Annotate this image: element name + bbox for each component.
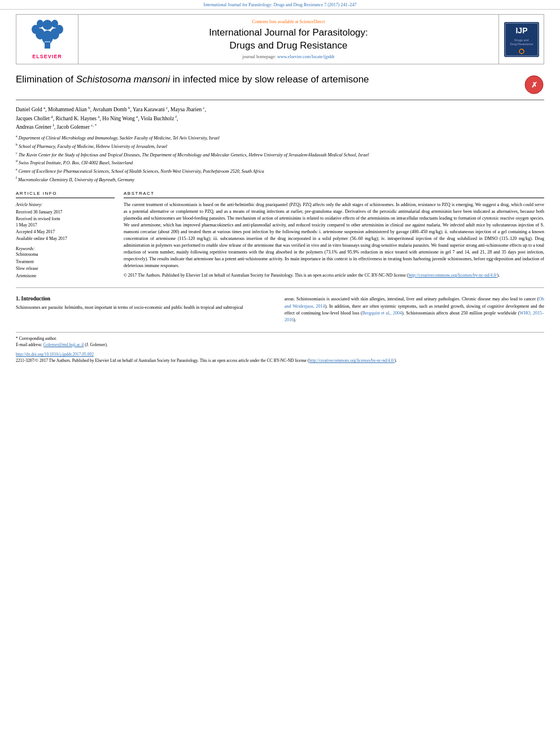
svg-text:Drug Resistance: Drug Resistance [510, 42, 533, 46]
svg-point-7 [37, 20, 43, 28]
article-history: Article history: Received 30 January 201… [16, 202, 115, 242]
intro-left-col: 1. Introduction Schistosomes are parasit… [16, 296, 275, 324]
keywords-list: Schistosoma Treatment Slow release Artem… [16, 251, 115, 279]
crossmark-icon: ✗ [524, 75, 544, 95]
oh-weiderpass-ref[interactable]: Oh and Weiderpass, 2014 [285, 296, 544, 308]
journal-header: ELSEVIER Contents lists available at Sci… [16, 14, 544, 64]
svg-point-8 [51, 20, 58, 28]
article-info-title: ARTICLE INFO [16, 191, 115, 198]
elsevier-logo-area: ELSEVIER [16, 15, 78, 64]
elsevier-tree-icon [28, 19, 67, 50]
svg-text:✗: ✗ [531, 81, 537, 89]
bottom-copyright: 2211-3207/© 2017 The Authors. Published … [16, 358, 397, 363]
journal-citation-bar: International Journal for Parasitology: … [0, 0, 560, 10]
received-date: Received 30 January 2017 [16, 209, 115, 216]
introduction-section: 1. Introduction Schistosomes are parasit… [16, 296, 544, 324]
section-divider [16, 287, 544, 288]
bottom-cc-link[interactable]: http://creativecommons.org/licenses/by-n… [309, 358, 395, 363]
doi-link[interactable]: http://dx.doi.org/10.1016/j.ijpddr.2017.… [16, 352, 94, 357]
science-direct-link: Contents lists available at ScienceDirec… [252, 19, 325, 24]
science-direct-brand: ScienceDirect [300, 19, 325, 24]
affiliation-a: a Department of Clinical Microbiology an… [16, 134, 544, 142]
affiliation-e: e Centre of Excellence for Pharmaceutica… [16, 167, 544, 175]
intro-right-col: areas. Schistosomiasis is associated wit… [285, 296, 544, 324]
bergquist-ref[interactable]: Bergquist et al., 2004 [362, 311, 402, 316]
intro-right-text: areas. Schistosomiasis is associated wit… [285, 296, 544, 324]
journal-title: International Journal for Parasitology:D… [209, 27, 368, 51]
journal-citation-text: International Journal for Parasitology: … [203, 2, 356, 7]
svg-text:IJP: IJP [515, 26, 527, 35]
bottom-bar: http://dx.doi.org/10.1016/j.ijpddr.2017.… [16, 351, 544, 364]
keyword-4: Artemisone [16, 273, 115, 279]
affiliation-c: c The Kuvin Center for the Study of Infe… [16, 151, 544, 159]
keyword-2: Treatment [16, 259, 115, 265]
svg-text:Drugs and: Drugs and [514, 38, 528, 42]
intro-left-paragraph: Schistosomes are parasitic helminths, mo… [16, 304, 275, 311]
authors-section: Daniel Gold a, Mohammed Alian b, Avraham… [16, 105, 544, 131]
affiliation-d: d Swiss Tropical Institute, P.O. Box, CH… [16, 159, 544, 167]
accepted-date: Accepted 4 May 2017 [16, 229, 115, 235]
abstract-copyright: © 2017 The Authors. Published by Elsevie… [124, 272, 544, 279]
abstract-title: ABSTRACT [124, 191, 544, 198]
abstract-text: The current treatment of schistosomiasis… [124, 202, 544, 269]
email-person: (J. Golenser). [85, 342, 108, 347]
corresponding-author-label: * Corresponding author. [16, 336, 57, 341]
svg-point-6 [42, 20, 53, 30]
received-revised-date: 1 May 2017 [16, 222, 115, 229]
ijp-logo-icon: IJP Drugs and Drug Resistance [504, 22, 539, 57]
authors-text: Daniel Gold a, Mohammed Alian b, Avraham… [16, 107, 206, 130]
journal-homepage: journal homepage: www.elsevier.com/locat… [242, 54, 334, 59]
email-label: E-mail address: [16, 342, 43, 347]
intro-left-text: Schistosomes are parasitic helminths, mo… [16, 304, 275, 311]
corresponding-author-note: * Corresponding author. [16, 335, 544, 342]
abstract-body: The current treatment of schistosomiasis… [124, 202, 544, 279]
keywords-section: Keywords: Schistosoma Treatment Slow rel… [16, 246, 115, 279]
keyword-3: Slow release [16, 265, 115, 272]
email-note: E-mail address: Golenser@md.huji.ac.il (… [16, 342, 544, 348]
keywords-label: Keywords: [16, 246, 115, 251]
affiliation-f: f Macromolecular Chemistry II, Universit… [16, 176, 544, 184]
available-online: Available online 4 May 2017 [16, 235, 115, 242]
introduction-two-col: 1. Introduction Schistosomes are parasit… [16, 296, 544, 324]
article-info-col: ARTICLE INFO Article history: Received 3… [16, 191, 115, 279]
elsevier-text: ELSEVIER [32, 54, 62, 59]
footnote-area: * Corresponding author. E-mail address: … [16, 332, 544, 348]
article-title: Elimination of Schistosoma mansoni in in… [16, 73, 524, 86]
history-label: Article history: [16, 202, 115, 208]
ijp-logo-area: IJP Drugs and Drug Resistance [498, 15, 544, 64]
article-info-abstract-section: ARTICLE INFO Article history: Received 3… [16, 191, 544, 279]
received-revised-label: Received in revised form [16, 216, 115, 222]
who-ref[interactable]: WHO, 2015–2016 [285, 311, 544, 322]
introduction-heading: 1. Introduction [16, 296, 275, 302]
affiliation-b: b School of Pharmacy, Faculty of Medicin… [16, 142, 544, 150]
keyword-1: Schistosoma [16, 251, 115, 258]
journal-homepage-link[interactable]: www.elsevier.com/locate/ijpddr [277, 54, 335, 59]
corresponding-author-email[interactable]: Golenser@md.huji.ac.il [43, 342, 84, 347]
article-title-section: Elimination of Schistosoma mansoni in in… [16, 73, 544, 101]
abstract-col: ABSTRACT The current treatment of schist… [124, 191, 544, 279]
cc-license-link[interactable]: http://creativecommons.org/licenses/by-n… [408, 273, 497, 278]
affiliations-section: a Department of Clinical Microbiology an… [16, 134, 544, 183]
journal-title-area: Contents lists available at ScienceDirec… [78, 15, 498, 64]
main-content: Elimination of Schistosoma mansoni in in… [0, 73, 560, 364]
